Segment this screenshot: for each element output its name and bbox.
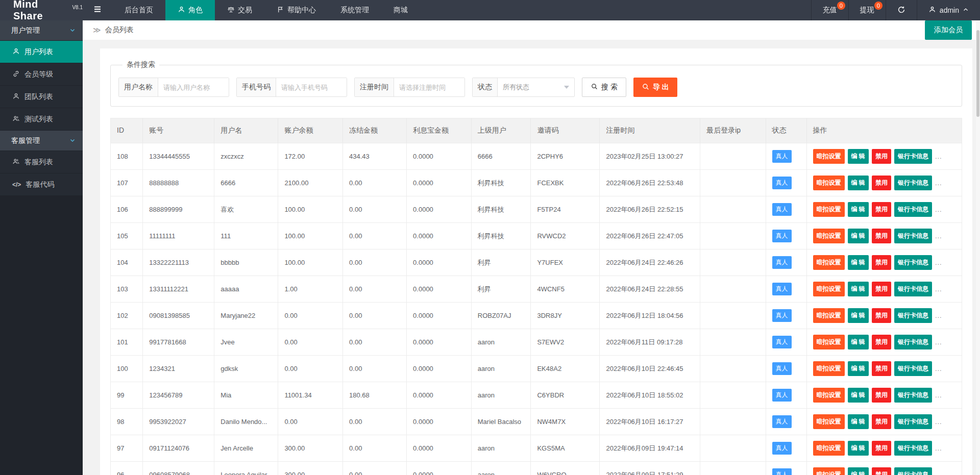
admin-menu[interactable]: admin — [917, 0, 980, 20]
status-badge[interactable]: 真人 — [772, 177, 792, 189]
status-badge[interactable]: 真人 — [772, 468, 792, 475]
action-hidden-deduction-settings-button[interactable]: 暗扣设置 — [813, 229, 845, 243]
action-bank-card-info-button[interactable]: 银行卡信息 — [894, 255, 932, 270]
action-bank-card-info-button[interactable]: 银行卡信息 — [894, 335, 932, 349]
action-bank-card-info-button[interactable]: 银行卡信息 — [894, 282, 932, 296]
export-button[interactable]: 导 出 — [633, 78, 677, 97]
status-select[interactable]: 所有状态 — [498, 78, 574, 96]
sidebar-item-team-list[interactable]: 团队列表 — [0, 86, 83, 108]
action-hidden-deduction-settings-button[interactable]: 暗扣设置 — [813, 467, 845, 475]
sidebar-item-service-code[interactable]: </> 客服代码 — [0, 173, 83, 196]
action-disable-button[interactable]: 禁用 — [872, 361, 891, 376]
action-edit-button[interactable]: 编 辑 — [848, 176, 869, 190]
status-badge[interactable]: 真人 — [772, 203, 792, 216]
sidebar-item-service-list[interactable]: 客服列表 — [0, 151, 83, 173]
more-actions[interactable]: ... — [935, 312, 942, 319]
action-disable-button[interactable]: 禁用 — [872, 467, 891, 475]
search-button[interactable]: 搜 索 — [582, 78, 626, 97]
more-actions[interactable]: ... — [935, 338, 942, 346]
sidebar-group-user-management[interactable]: 用户管理 — [0, 20, 83, 41]
action-edit-button[interactable]: 编 辑 — [848, 255, 869, 270]
sidebar-item-user-list[interactable]: 用户列表 — [0, 41, 83, 63]
status-badge[interactable]: 真人 — [772, 389, 792, 402]
status-badge[interactable]: 真人 — [772, 415, 792, 428]
more-actions[interactable]: ... — [935, 259, 942, 266]
action-disable-button[interactable]: 禁用 — [872, 149, 891, 164]
more-actions[interactable]: ... — [935, 365, 942, 372]
nav-item-role[interactable]: 角色 — [165, 0, 215, 20]
more-actions[interactable]: ... — [935, 179, 942, 187]
status-badge[interactable]: 真人 — [772, 309, 792, 322]
action-hidden-deduction-settings-button[interactable]: 暗扣设置 — [813, 308, 845, 323]
action-edit-button[interactable]: 编 辑 — [848, 308, 869, 323]
action-hidden-deduction-settings-button[interactable]: 暗扣设置 — [813, 149, 845, 164]
status-badge[interactable]: 真人 — [772, 283, 792, 295]
action-edit-button[interactable]: 编 辑 — [848, 282, 869, 296]
more-actions[interactable]: ... — [935, 206, 942, 213]
action-edit-button[interactable]: 编 辑 — [848, 361, 869, 376]
phone-input[interactable] — [276, 78, 347, 96]
status-badge[interactable]: 真人 — [772, 150, 792, 163]
action-disable-button[interactable]: 禁用 — [872, 229, 891, 243]
scrollbar-thumb[interactable] — [976, 30, 979, 117]
action-disable-button[interactable]: 禁用 — [872, 255, 891, 270]
action-edit-button[interactable]: 编 辑 — [848, 335, 869, 349]
status-badge[interactable]: 真人 — [772, 336, 792, 348]
more-actions[interactable]: ... — [935, 232, 942, 240]
username-input[interactable] — [158, 78, 229, 96]
action-disable-button[interactable]: 禁用 — [872, 441, 891, 456]
collapse-menu-button[interactable] — [83, 0, 112, 20]
withdraw-button[interactable]: 提现 0 — [848, 0, 886, 20]
status-badge[interactable]: 真人 — [772, 442, 792, 455]
more-actions[interactable]: ... — [935, 444, 942, 452]
action-hidden-deduction-settings-button[interactable]: 暗扣设置 — [813, 176, 845, 190]
action-disable-button[interactable]: 禁用 — [872, 176, 891, 190]
action-hidden-deduction-settings-button[interactable]: 暗扣设置 — [813, 255, 845, 270]
action-disable-button[interactable]: 禁用 — [872, 414, 891, 429]
action-disable-button[interactable]: 禁用 — [872, 282, 891, 296]
action-bank-card-info-button[interactable]: 银行卡信息 — [894, 176, 932, 190]
more-actions[interactable]: ... — [935, 153, 942, 160]
add-member-button[interactable]: 添加会员 — [925, 20, 972, 40]
more-actions[interactable]: ... — [935, 391, 942, 399]
action-bank-card-info-button[interactable]: 银行卡信息 — [894, 202, 932, 217]
action-bank-card-info-button[interactable]: 银行卡信息 — [894, 388, 932, 403]
action-edit-button[interactable]: 编 辑 — [848, 229, 869, 243]
sidebar-item-test-list[interactable]: 测试列表 — [0, 108, 83, 131]
more-actions[interactable]: ... — [935, 471, 942, 475]
action-edit-button[interactable]: 编 辑 — [848, 414, 869, 429]
more-actions[interactable]: ... — [935, 418, 942, 426]
action-edit-button[interactable]: 编 辑 — [848, 149, 869, 164]
action-hidden-deduction-settings-button[interactable]: 暗扣设置 — [813, 335, 845, 349]
action-bank-card-info-button[interactable]: 银行卡信息 — [894, 361, 932, 376]
refresh-button[interactable] — [886, 0, 917, 20]
recharge-button[interactable]: 充值 0 — [811, 0, 848, 20]
action-edit-button[interactable]: 编 辑 — [848, 202, 869, 217]
status-badge[interactable]: 真人 — [772, 230, 792, 242]
sidebar-group-service-management[interactable]: 客服管理 — [0, 131, 83, 151]
sidebar-item-member-level[interactable]: 会员等级 — [0, 63, 83, 86]
action-bank-card-info-button[interactable]: 银行卡信息 — [894, 308, 932, 323]
action-hidden-deduction-settings-button[interactable]: 暗扣设置 — [813, 414, 845, 429]
action-bank-card-info-button[interactable]: 银行卡信息 — [894, 229, 932, 243]
action-disable-button[interactable]: 禁用 — [872, 335, 891, 349]
status-badge[interactable]: 真人 — [772, 256, 792, 269]
nav-item-trade[interactable]: 交易 — [215, 0, 264, 20]
action-edit-button[interactable]: 编 辑 — [848, 441, 869, 456]
nav-item-home[interactable]: 后台首页 — [112, 0, 165, 20]
action-bank-card-info-button[interactable]: 银行卡信息 — [894, 149, 932, 164]
action-edit-button[interactable]: 编 辑 — [848, 467, 869, 475]
action-hidden-deduction-settings-button[interactable]: 暗扣设置 — [813, 282, 845, 296]
action-bank-card-info-button[interactable]: 银行卡信息 — [894, 441, 932, 456]
status-badge[interactable]: 真人 — [772, 362, 792, 375]
action-hidden-deduction-settings-button[interactable]: 暗扣设置 — [813, 202, 845, 217]
action-disable-button[interactable]: 禁用 — [872, 388, 891, 403]
more-actions[interactable]: ... — [935, 285, 942, 293]
nav-item-system-management[interactable]: 系统管理 — [328, 0, 381, 20]
nav-item-mall[interactable]: 商城 — [381, 0, 420, 20]
action-bank-card-info-button[interactable]: 银行卡信息 — [894, 467, 932, 475]
nav-item-help-center[interactable]: 帮助中心 — [264, 0, 328, 20]
action-hidden-deduction-settings-button[interactable]: 暗扣设置 — [813, 361, 845, 376]
action-edit-button[interactable]: 编 辑 — [848, 388, 869, 403]
action-disable-button[interactable]: 禁用 — [872, 202, 891, 217]
